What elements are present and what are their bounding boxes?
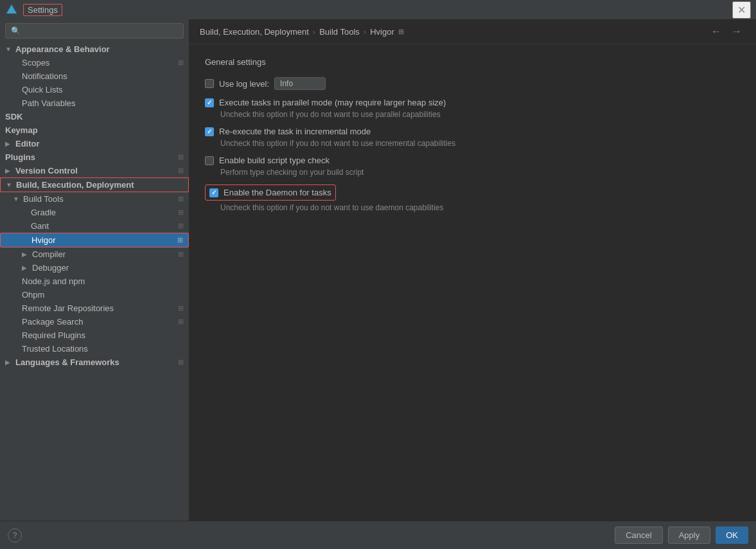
section-title: General settings bbox=[205, 57, 741, 67]
sidebar-item-quick-lists[interactable]: Quick Lists bbox=[0, 83, 189, 96]
build-script-label: Enable build script type check bbox=[219, 156, 330, 165]
daemon-label: Enable the Daemon for tasks bbox=[224, 188, 331, 197]
expand-arrow-languages: ▶ bbox=[5, 359, 13, 366]
breadcrumb-part1: Build, Execution, Deployment bbox=[200, 27, 309, 37]
daemon-wrapper[interactable]: Enable the Daemon for tasks bbox=[209, 188, 331, 197]
sidebar-item-scopes[interactable]: Scopes ⊞ bbox=[0, 56, 189, 69]
sidebar-item-editor[interactable]: ▶ Editor bbox=[0, 137, 189, 150]
remote-jar-icon: ⊞ bbox=[178, 304, 184, 312]
forward-button[interactable]: → bbox=[728, 24, 746, 39]
sidebar-item-gant[interactable]: Gant ⊞ bbox=[0, 219, 189, 233]
sidebar-item-keymap[interactable]: Keymap bbox=[0, 123, 189, 137]
svg-marker-0 bbox=[6, 4, 17, 14]
sidebar-item-package-search[interactable]: Package Search ⊞ bbox=[0, 315, 189, 328]
log-level-dropdown[interactable]: Info Debug Warn Error bbox=[274, 77, 326, 90]
expand-arrow-build: ▼ bbox=[6, 181, 13, 188]
languages-icon: ⊞ bbox=[178, 358, 184, 366]
build-script-checkbox[interactable] bbox=[205, 156, 214, 165]
search-input[interactable] bbox=[5, 23, 184, 39]
execute-tasks-label: Execute tasks in parallel mode (may requ… bbox=[219, 98, 446, 107]
settings-content: General settings Use log level: Info Deb… bbox=[189, 44, 756, 521]
plugins-icon: ⊞ bbox=[178, 153, 184, 161]
ok-button[interactable]: OK bbox=[716, 526, 748, 544]
close-button[interactable]: ✕ bbox=[732, 1, 751, 19]
content-area: Build, Execution, Deployment › Build Too… bbox=[189, 19, 756, 521]
appearance-behavior-label: Appearance & Behavior bbox=[15, 44, 110, 54]
sidebar-item-ohpm[interactable]: Ohpm bbox=[0, 288, 189, 302]
sidebar-item-build-execution[interactable]: ▼ Build, Execution, Deployment bbox=[0, 177, 189, 192]
build-tools-icon: ⊞ bbox=[178, 195, 184, 203]
app-icon bbox=[5, 3, 18, 16]
sidebar-item-sdk[interactable]: SDK bbox=[0, 110, 189, 123]
sidebar-item-nodejs[interactable]: Node.js and npm bbox=[0, 274, 189, 288]
expand-arrow-appearance: ▼ bbox=[5, 46, 13, 53]
breadcrumb-sep1: › bbox=[313, 27, 315, 37]
use-log-level-wrapper[interactable]: Use log level: Info Debug Warn Error bbox=[205, 77, 326, 90]
use-log-level-row: Use log level: Info Debug Warn Error bbox=[205, 77, 741, 90]
breadcrumb-sep2: › bbox=[364, 27, 366, 37]
reexecute-checkbox[interactable] bbox=[205, 127, 214, 136]
build-script-wrapper[interactable]: Enable build script type check bbox=[205, 156, 330, 165]
sidebar-item-notifications[interactable]: Notifications bbox=[0, 69, 189, 83]
sidebar-item-plugins[interactable]: Plugins ⊞ bbox=[0, 150, 189, 164]
daemon-row: Enable the Daemon for tasks bbox=[205, 184, 336, 201]
build-script-hint: Perform type checking on your build scri… bbox=[220, 168, 741, 177]
sidebar-item-compiler[interactable]: ▶ Compiler ⊞ bbox=[0, 248, 189, 261]
sidebar-item-remote-jar[interactable]: Remote Jar Repositories ⊞ bbox=[0, 302, 189, 315]
hvigor-icon: ⊞ bbox=[177, 236, 183, 244]
expand-arrow-editor: ▶ bbox=[5, 140, 13, 147]
sidebar-item-debugger[interactable]: ▶ Debugger bbox=[0, 261, 189, 274]
bottom-bar: ? Cancel Apply OK bbox=[0, 521, 756, 549]
gant-icon: ⊞ bbox=[178, 222, 184, 230]
sidebar-item-version-control[interactable]: ▶ Version Control ⊞ bbox=[0, 164, 189, 177]
reexecute-hint: Uncheck this option if you do not want t… bbox=[220, 139, 741, 148]
breadcrumb: Build, Execution, Deployment › Build Too… bbox=[200, 27, 404, 37]
help-button[interactable]: ? bbox=[8, 528, 22, 543]
execute-tasks-wrapper[interactable]: Execute tasks in parallel mode (may requ… bbox=[205, 98, 446, 107]
gradle-icon: ⊞ bbox=[178, 208, 184, 217]
use-log-level-checkbox[interactable] bbox=[205, 79, 214, 88]
reexecute-row: Re-execute the task in incremental mode bbox=[205, 127, 741, 136]
main-content: ▼ Appearance & Behavior Scopes ⊞ Notific… bbox=[0, 19, 756, 521]
title-bar: Settings ✕ bbox=[0, 0, 756, 19]
sidebar-item-required-plugins[interactable]: Required Plugins bbox=[0, 328, 189, 342]
package-search-icon: ⊞ bbox=[178, 318, 184, 326]
sidebar-item-gradle[interactable]: Gradle ⊞ bbox=[0, 206, 189, 219]
daemon-checkbox[interactable] bbox=[209, 188, 218, 197]
sidebar-item-appearance-behavior[interactable]: ▼ Appearance & Behavior bbox=[0, 42, 189, 56]
expand-arrow-vc: ▶ bbox=[5, 167, 13, 174]
sidebar: ▼ Appearance & Behavior Scopes ⊞ Notific… bbox=[0, 19, 189, 521]
back-button[interactable]: ← bbox=[707, 24, 725, 39]
apply-button[interactable]: Apply bbox=[668, 526, 711, 544]
execute-tasks-row: Execute tasks in parallel mode (may requ… bbox=[205, 98, 741, 107]
cancel-button[interactable]: Cancel bbox=[615, 526, 662, 544]
sidebar-item-languages-frameworks[interactable]: ▶ Languages & Frameworks ⊞ bbox=[0, 356, 189, 369]
nav-buttons: ← → bbox=[707, 24, 746, 39]
reexecute-label: Re-execute the task in incremental mode bbox=[219, 127, 371, 136]
scopes-icon: ⊞ bbox=[178, 59, 184, 67]
compiler-icon: ⊞ bbox=[178, 250, 184, 258]
execute-tasks-checkbox[interactable] bbox=[205, 98, 214, 107]
breadcrumb-part2: Build Tools bbox=[319, 27, 360, 37]
sidebar-scroll: ▼ Appearance & Behavior Scopes ⊞ Notific… bbox=[0, 42, 189, 521]
execute-tasks-hint: Uncheck this option if you do not want t… bbox=[220, 110, 741, 119]
vc-icon: ⊞ bbox=[178, 166, 184, 175]
sidebar-item-hvigor[interactable]: Hvigor ⊞ bbox=[0, 233, 189, 248]
expand-arrow-compiler: ▶ bbox=[22, 251, 30, 258]
breadcrumb-bar: Build, Execution, Deployment › Build Too… bbox=[189, 19, 756, 44]
use-log-level-label: Use log level: bbox=[219, 79, 269, 89]
build-script-row: Enable build script type check bbox=[205, 156, 741, 165]
daemon-hint: Uncheck this option if you do not want t… bbox=[220, 203, 741, 212]
breadcrumb-icon: ⊞ bbox=[398, 28, 404, 36]
expand-arrow-debugger: ▶ bbox=[22, 264, 30, 271]
window-title: Settings bbox=[23, 4, 62, 16]
breadcrumb-part3: Hvigor bbox=[370, 27, 394, 37]
reexecute-wrapper[interactable]: Re-execute the task in incremental mode bbox=[205, 127, 371, 136]
expand-arrow-build-tools: ▼ bbox=[13, 195, 21, 203]
sidebar-item-build-tools[interactable]: ▼ Build Tools ⊞ bbox=[0, 192, 189, 206]
sidebar-item-path-variables[interactable]: Path Variables bbox=[0, 96, 189, 110]
sidebar-item-trusted-locations[interactable]: Trusted Locations bbox=[0, 342, 189, 356]
